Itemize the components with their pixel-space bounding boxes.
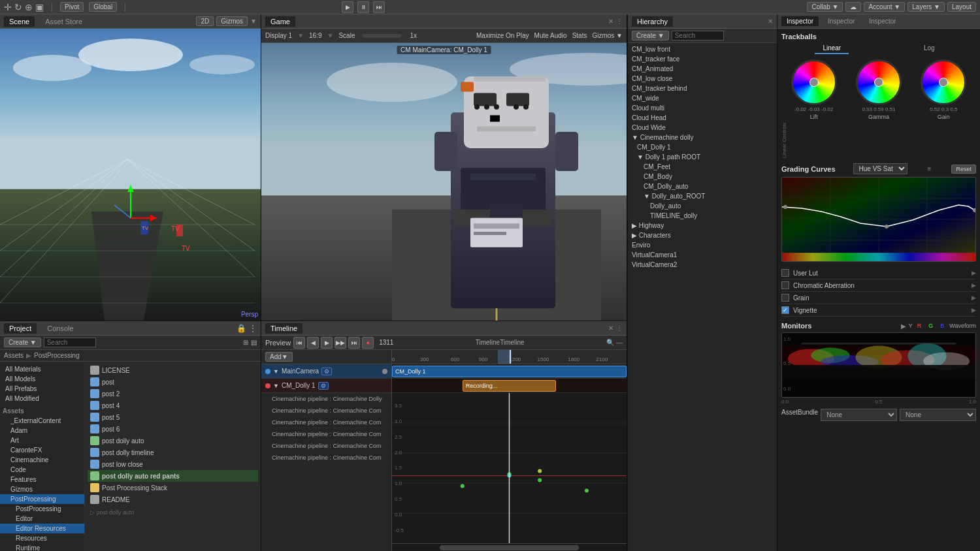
- sidebar-external[interactable]: _ExternalContent: [0, 416, 84, 426]
- tl-zoom-out[interactable]: —: [616, 339, 623, 346]
- gizmos-label[interactable]: Gizmos ▼: [592, 32, 623, 39]
- bottom-file-item[interactable]: ▷ post dolly auto: [88, 508, 258, 517]
- display-label[interactable]: Display 1: [265, 32, 292, 39]
- sidebar-editor[interactable]: Editor: [0, 514, 84, 524]
- timeline-scrollbar[interactable]: [392, 543, 627, 551]
- file-post-low-close[interactable]: post low close: [88, 458, 258, 470]
- tl-start-btn[interactable]: ⏮: [293, 337, 305, 349]
- file-pp-stack[interactable]: Post Processing Stack: [88, 482, 258, 494]
- game-close-icon[interactable]: ✕: [608, 18, 613, 25]
- file-post2[interactable]: post 2: [88, 388, 258, 400]
- hier-item-6[interactable]: Cloud multi: [628, 103, 777, 113]
- hier-item-cm-dolly1[interactable]: CM_Dolly 1: [628, 142, 777, 152]
- collab-button[interactable]: Collab ▼: [807, 2, 843, 12]
- breadcrumb-postprocessing[interactable]: PostProcessing: [34, 352, 79, 359]
- timeline-scrollbar-thumb[interactable]: [440, 545, 579, 550]
- hier-item-timeline-dolly[interactable]: TIMELINE_dolly: [628, 211, 777, 221]
- add-button[interactable]: Add▼: [265, 352, 293, 362]
- mute-label[interactable]: Mute Audio: [534, 32, 567, 39]
- hier-item-4[interactable]: CM_tracker behind: [628, 84, 777, 93]
- hier-item-virtualcam2[interactable]: VirtualCamera2: [628, 260, 777, 270]
- file-post5[interactable]: post 5: [88, 411, 258, 423]
- asset-store-tab[interactable]: Asset Store: [40, 16, 88, 27]
- hier-item-8[interactable]: Cloud Wide: [628, 123, 777, 133]
- sidebar-adam[interactable]: Adam: [0, 426, 84, 435]
- layers-button[interactable]: Layers ▼: [907, 2, 945, 12]
- tl-next-btn[interactable]: ▶▶: [335, 337, 346, 349]
- scene-gizmos-button[interactable]: Gizmos: [216, 16, 248, 26]
- hier-item-2[interactable]: CM_Animated: [628, 64, 777, 74]
- hier-item-cm-dolly-auto[interactable]: CM_Dolly_auto: [628, 181, 777, 191]
- effect-vignette-arrow[interactable]: ▶: [972, 307, 976, 313]
- inspector-tab-1[interactable]: Inspector: [781, 16, 819, 26]
- tl-record-btn[interactable]: ●: [362, 337, 374, 349]
- hier-item-0[interactable]: CM_low front: [628, 44, 777, 54]
- monitor-b-btn[interactable]: B: [938, 322, 947, 330]
- file-post-dolly-red-pants[interactable]: post dolly auto red pants: [88, 470, 258, 482]
- hier-item-virtualcam1[interactable]: VirtualCamera1: [628, 250, 777, 260]
- pivot-button[interactable]: Pivot: [60, 2, 84, 12]
- hierarchy-tab[interactable]: Hierarchy: [632, 16, 673, 27]
- hier-item-cm-body[interactable]: CM_Body: [628, 172, 777, 181]
- game-options-icon[interactable]: ⋮: [616, 18, 623, 25]
- hier-search-input[interactable]: [672, 31, 724, 40]
- global-button[interactable]: Global: [89, 2, 117, 12]
- hier-item-cinemachine-dolly[interactable]: ▼ Cinemachine dolly: [628, 133, 777, 142]
- monitor-g-btn[interactable]: G: [926, 322, 936, 330]
- project-lock-icon[interactable]: 🔒: [237, 324, 246, 333]
- filter-icon[interactable]: ▤: [251, 339, 257, 346]
- hier-close-icon[interactable]: ✕: [768, 18, 773, 25]
- mode-linear[interactable]: Linear: [815, 43, 849, 54]
- maximize-label[interactable]: Maximize On Play: [476, 32, 529, 39]
- effect-userlut-arrow[interactable]: ▶: [972, 270, 976, 276]
- hier-item-dolly-auto[interactable]: Dolly_auto: [628, 201, 777, 211]
- scene-2d-button[interactable]: 2D: [196, 16, 214, 26]
- hier-item-dolly-auto-root[interactable]: ▼ Dolly_auto_ROOT: [628, 191, 777, 201]
- file-post-dolly-auto[interactable]: post dolly auto: [88, 435, 258, 447]
- track-cm-dolly[interactable]: ▼ CM_Dolly 1 ⚙: [261, 379, 391, 393]
- play-button[interactable]: ▶: [342, 1, 353, 13]
- effect-chromatic-arrow[interactable]: ▶: [972, 282, 976, 289]
- sidebar-editor-resources[interactable]: Editor Resources: [0, 524, 84, 533]
- sidebar-pp-postprocessing[interactable]: PostProcessing: [0, 504, 84, 514]
- effect-grain-arrow[interactable]: ▶: [972, 294, 976, 301]
- clip-recording[interactable]: Recording...: [463, 380, 557, 392]
- hier-item-7[interactable]: Cloud Head: [628, 113, 777, 123]
- rect-icon[interactable]: ▣: [35, 2, 44, 12]
- layout-button[interactable]: Layout: [947, 2, 976, 12]
- monitor-play-icon[interactable]: ▶: [901, 323, 906, 330]
- hier-item-characters[interactable]: ▶ Characters: [628, 230, 777, 240]
- aspect-label[interactable]: 16:9: [309, 32, 321, 39]
- project-options-icon[interactable]: ⋮: [249, 324, 257, 333]
- file-post[interactable]: post: [88, 376, 258, 388]
- clip-main-camera[interactable]: CM_Dolly 1: [392, 366, 627, 377]
- search-input[interactable]: [44, 338, 96, 347]
- effect-userlut-checkbox[interactable]: [781, 269, 789, 277]
- hier-item-highway[interactable]: ▶ Highway: [628, 221, 777, 230]
- file-post6[interactable]: post 6: [88, 423, 258, 435]
- tl-zoom-in[interactable]: 🔍: [606, 339, 614, 346]
- file-license[interactable]: LICENSE: [88, 364, 258, 376]
- step-button[interactable]: ⏭: [373, 1, 385, 13]
- game-tab[interactable]: Game: [265, 16, 295, 27]
- hier-item-enviro[interactable]: Enviro: [628, 240, 777, 250]
- hier-item-cm-feet[interactable]: CM_Feet: [628, 162, 777, 172]
- hier-item-5[interactable]: CM_wide: [628, 93, 777, 103]
- hier-create-btn[interactable]: Create ▼: [632, 31, 669, 40]
- breadcrumb-assets[interactable]: Assets: [4, 352, 24, 359]
- file-post-dolly-timeline[interactable]: post dolly timeline: [88, 447, 258, 458]
- assetbundle-select-1[interactable]: None: [821, 409, 897, 421]
- inspector-tab-3[interactable]: Inspector: [864, 16, 901, 26]
- trackball-gamma[interactable]: [856, 59, 902, 105]
- scale-icon[interactable]: ⊕: [25, 2, 33, 12]
- assetbundle-select-2[interactable]: None: [900, 409, 976, 421]
- file-post4[interactable]: post 4: [88, 400, 258, 411]
- project-tab[interactable]: Project: [4, 323, 37, 334]
- rotate-icon[interactable]: ↻: [14, 2, 22, 12]
- sidebar-all-materials[interactable]: All Materials: [0, 364, 84, 374]
- sidebar-runtime[interactable]: Runtime: [0, 543, 84, 551]
- file-readme[interactable]: README: [88, 494, 258, 505]
- timeline-tab[interactable]: Timeline: [265, 323, 302, 334]
- cloud-button[interactable]: ☁: [845, 2, 861, 12]
- move-icon[interactable]: ✛: [4, 2, 12, 12]
